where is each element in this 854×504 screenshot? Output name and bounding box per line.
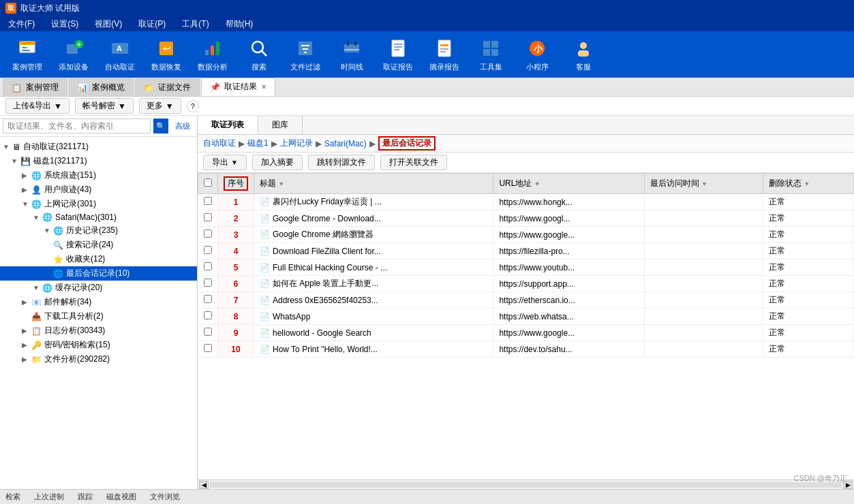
results-table: 序号 标题 ▼ URL地址 ▼ 最后访问时间 ▼ 删除状态 ▼ 1 📄裹闪付Lu… [198, 173, 854, 358]
btn-case-manage-label: 案例管理 [12, 62, 42, 72]
menu-forensics[interactable]: 取证(P) [136, 17, 168, 31]
table-row[interactable]: 8 📄WhatsApp https://web.whatsa... 正常 [198, 309, 854, 325]
tree-password-search[interactable]: ▶ 🔑 密码/密钥检索(15) [0, 338, 197, 352]
menu-file[interactable]: 文件(F) [5, 17, 37, 31]
col-delete-status[interactable]: 删除状态 ▼ [763, 174, 853, 194]
more-btn[interactable]: 更多 ▼ [139, 98, 181, 114]
tree-user-traces[interactable]: ▶ 👤 用户痕迹(43) [0, 183, 197, 197]
tree-disk1[interactable]: ▼ 💾 磁盘1(321171) [0, 154, 197, 168]
row-delete-status-1: 正常 [763, 210, 853, 227]
tree-last-session[interactable]: 🌐 最后会话记录(10) [0, 266, 197, 281]
col-title[interactable]: 标题 ▼ [254, 174, 493, 194]
btn-data-analysis[interactable]: 数据分析 [191, 35, 234, 74]
scroll-left-arrow[interactable]: ◀ [199, 481, 209, 489]
row-checkbox-2[interactable] [204, 230, 212, 238]
tree-history-records[interactable]: ▼ 🌐 历史记录(235) [0, 223, 197, 238]
table-row[interactable]: 9 📄helloworld - Google Search https://ww… [198, 325, 854, 341]
menu-help[interactable]: 帮助(H) [223, 17, 256, 31]
tree-web-records[interactable]: ▼ 🌐 上网记录(301) [0, 197, 197, 211]
btn-file-filter[interactable]: 文件过滤 [284, 35, 327, 74]
table-row[interactable]: 1 📄裹闪付Lucky Friday幸运贡 | ... https://www.… [198, 194, 854, 210]
tab-close-icon[interactable]: ✕ [261, 83, 266, 91]
tab-evidence-file[interactable]: 📁 证据文件 [135, 78, 200, 96]
table-row[interactable]: 5 📄Full Ethical Hacking Course - ... htt… [198, 259, 854, 276]
jump-to-source-btn[interactable]: 跳转到源文件 [308, 155, 375, 170]
btn-miniapp[interactable]: 小 小程序 [515, 35, 559, 74]
btn-excerpt-report[interactable]: 摘录报告 [423, 35, 466, 74]
btn-support[interactable]: 客服 [562, 35, 605, 74]
tab-forensics-result[interactable]: 📌 取证结果 ✕ [201, 78, 275, 96]
tab-case-overview[interactable]: 📊 案例概览 [69, 78, 134, 96]
svg-rect-32 [483, 41, 490, 48]
btn-data-recovery[interactable]: ↩ 数据恢复 [144, 35, 188, 74]
tree-search-records[interactable]: 🔍 搜索记录(24) [0, 238, 197, 252]
row-checkbox-9[interactable] [204, 344, 212, 352]
row-checkbox-5[interactable] [204, 279, 212, 287]
row-checkbox-4[interactable] [204, 262, 212, 270]
add-to-summary-btn[interactable]: 加入摘要 [252, 155, 303, 170]
more-arrow: ▼ [166, 101, 174, 111]
tab-case-manage[interactable]: 📋 案例管理 [3, 78, 67, 96]
search-input[interactable] [3, 119, 151, 133]
advanced-search-btn[interactable]: 高级 [171, 120, 194, 133]
menu-settings[interactable]: 设置(S) [48, 17, 81, 31]
table-row[interactable]: 3 📄Google Chrome 網絡瀏覽器 https://www.googl… [198, 227, 854, 243]
tree-file-analysis[interactable]: ▶ 📁 文件分析(290282) [0, 352, 197, 366]
row-checkbox-3[interactable] [204, 246, 212, 254]
tree-safari-mac[interactable]: ▼ 🌐 Safari(Mac)(301) [0, 211, 197, 223]
search-button[interactable]: 🔍 [153, 119, 168, 133]
row-checkbox-6[interactable] [204, 295, 212, 303]
row-checkbox-1[interactable] [204, 213, 212, 221]
table-row[interactable]: 2 📄Google Chrome - Download... https://w… [198, 210, 854, 227]
status-trace[interactable]: 跟踪 [78, 492, 93, 502]
tab-forensics-list[interactable]: 取证列表 [198, 116, 258, 134]
btn-search[interactable]: 搜索 [237, 35, 281, 74]
table-row[interactable]: 10 📄How To Print "Hello, World!... https… [198, 341, 854, 358]
table-row[interactable]: 6 📄如何在 Apple 装置上手動更... https://support.a… [198, 276, 854, 292]
row-checkbox-8[interactable] [204, 328, 212, 336]
tree-cache-records[interactable]: ▼ 🌐 缓存记录(20) [0, 281, 197, 295]
horizontal-scrollbar[interactable]: ◀ ▶ [198, 479, 854, 489]
upload-export-btn[interactable]: 上传&导出 ▼ [5, 98, 70, 114]
tree-favorites[interactable]: ⭐ 收藏夹(12) [0, 252, 197, 266]
breadcrumb-web[interactable]: 上网记录 [280, 138, 313, 149]
help-btn[interactable]: ? [187, 100, 199, 112]
row-checkbox-0[interactable] [204, 197, 212, 205]
tree-system-traces[interactable]: ▶ 🌐 系统痕迹(151) [0, 168, 197, 183]
add-device-icon: + [63, 37, 85, 59]
tab-gallery[interactable]: 图库 [258, 116, 303, 134]
row-checkbox-7[interactable] [204, 311, 212, 319]
btn-timeline[interactable]: 时间线 [330, 35, 373, 74]
open-related-btn[interactable]: 打开关联文件 [380, 155, 447, 170]
status-file-browse[interactable]: 文件浏览 [150, 492, 180, 502]
tree-root[interactable]: ▼ 🖥 自动取证(321171) [0, 140, 197, 154]
export-btn[interactable]: 导出 ▼ [203, 155, 247, 170]
scroll-track[interactable] [210, 482, 842, 488]
tree-log-analysis[interactable]: ▶ 📋 日志分析(30343) [0, 324, 197, 338]
col-url[interactable]: URL地址 ▼ [493, 174, 644, 194]
menu-tools[interactable]: 工具(T) [179, 17, 211, 31]
title-bar: 取 取证大师 试用版 [0, 0, 854, 16]
breadcrumb-disk[interactable]: 磁盘1 [247, 138, 269, 149]
row-delete-status-2: 正常 [763, 227, 853, 243]
btn-add-device[interactable]: + 添加设备 [52, 35, 95, 74]
status-disk-view[interactable]: 磁盘视图 [106, 492, 136, 502]
status-last-format[interactable]: 上次进制 [34, 492, 64, 502]
btn-forensics-report[interactable]: 取证报告 [376, 35, 420, 74]
btn-auto-forensics[interactable]: A 自动取证 [98, 35, 142, 74]
account-decrypt-btn[interactable]: 帐号解密 ▼ [75, 98, 134, 114]
btn-toolset[interactable]: 工具集 [469, 35, 513, 74]
table-row[interactable]: 7 📄Address 0xE365625f40253... https://et… [198, 292, 854, 309]
auto-forensics-icon: A [109, 37, 131, 59]
tree-download-tools[interactable]: 📥 下载工具分析(2) [0, 309, 197, 324]
menu-view[interactable]: 视图(V) [92, 17, 125, 31]
table-row[interactable]: 4 📄Download FileZilla Client for... http… [198, 243, 854, 259]
tree-email[interactable]: ▶ 📧 邮件解析(34) [0, 295, 197, 309]
col-last-visit[interactable]: 最后访问时间 ▼ [644, 174, 763, 194]
btn-case-manage[interactable]: 案例管理 [5, 35, 49, 74]
expand-user-traces: ▶ [22, 186, 29, 193]
breadcrumb-auto[interactable]: 自动取证 [203, 138, 236, 149]
select-all-checkbox[interactable] [204, 178, 212, 187]
status-search[interactable]: 检索 [5, 492, 20, 502]
breadcrumb-safari[interactable]: Safari(Mac) [324, 139, 367, 148]
